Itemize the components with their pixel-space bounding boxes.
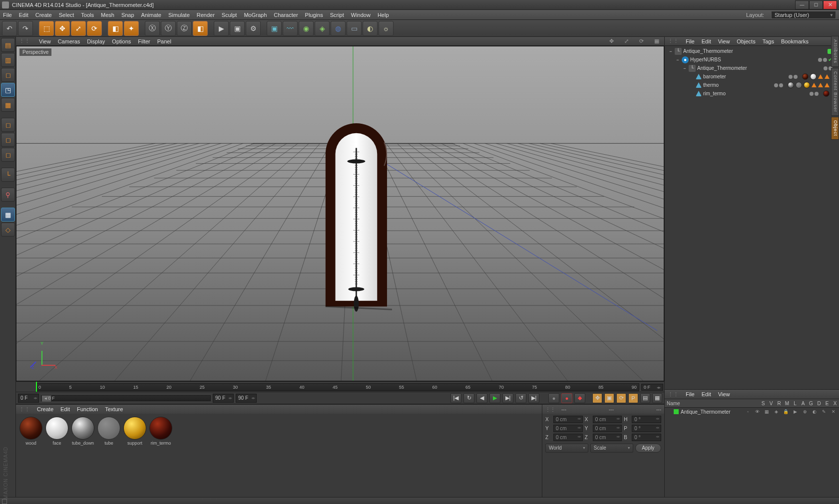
workplane2[interactable]: ◇ <box>1 223 15 237</box>
viewport[interactable]: Perspective YXZ <box>16 46 664 381</box>
coord-input[interactable]: 0 ° <box>632 434 661 441</box>
material-rim_termo[interactable]: rim_termo <box>149 417 173 501</box>
obj-menu-tags[interactable]: Tags <box>763 38 774 44</box>
minimize-button[interactable] <box>795 0 809 9</box>
attr-menu-file[interactable]: File <box>686 391 695 397</box>
object-row[interactable]: − └ Antique_Thermometer <box>665 47 839 55</box>
add-spline[interactable]: 〰 <box>283 21 298 36</box>
menu-window[interactable]: Window <box>351 12 371 18</box>
texture-tag-icon[interactable] <box>823 90 830 97</box>
goto-prevkey-button[interactable]: ↻ <box>463 393 474 403</box>
keyframe-button[interactable]: ◆ <box>574 393 585 403</box>
add-light[interactable]: ◐ <box>363 21 378 36</box>
layout-combo[interactable]: Startup (User) <box>771 11 836 19</box>
point-mode[interactable]: ◻ <box>1 118 15 132</box>
material-tube_down[interactable]: tube_down <box>71 417 95 501</box>
texture-tag-icon[interactable] <box>796 82 802 88</box>
key-scale-button[interactable]: ▣ <box>604 393 614 403</box>
workplane[interactable]: ▦ <box>1 208 15 222</box>
menu-plugins[interactable]: Plugins <box>305 12 323 18</box>
material-tube[interactable]: tube <box>97 417 121 501</box>
tag-triangle-icon[interactable] <box>818 74 823 79</box>
material-wood[interactable]: wood <box>19 417 43 501</box>
material-preview-icon[interactable] <box>71 417 94 440</box>
coord-system[interactable]: ◧ <box>193 21 208 36</box>
key-rot-button[interactable]: ⟳ <box>616 393 626 403</box>
object-row[interactable]: thermo <box>665 81 839 89</box>
rotate-tool[interactable]: ⟳ <box>87 21 102 36</box>
move-tool[interactable]: ✥ <box>55 21 70 36</box>
material-support[interactable]: support <box>123 417 147 501</box>
range-start-field[interactable]: 0 F <box>18 394 39 403</box>
mat-menu-function[interactable]: Function <box>77 406 98 412</box>
material-preview-icon[interactable] <box>19 417 42 440</box>
next-frame-button[interactable]: ▶| <box>502 393 513 403</box>
key-sel-button[interactable]: ▦ <box>652 393 662 403</box>
menu-script[interactable]: Script <box>330 12 344 18</box>
view-menu-options[interactable]: Options <box>112 38 131 44</box>
texture-tag-icon[interactable] <box>804 82 810 88</box>
nav-zoom-icon[interactable]: ⤢ <box>624 38 631 45</box>
layer-col-name[interactable]: Name <box>665 401 759 406</box>
tag-triangle-icon[interactable] <box>825 74 830 79</box>
tag-triangle-icon[interactable] <box>818 83 823 87</box>
edge-mode[interactable]: ◻ <box>1 133 15 147</box>
add-camera[interactable]: ▭ <box>347 21 362 36</box>
snap-toggle[interactable]: ⚲ <box>1 188 15 202</box>
coord-input[interactable]: 0 cm <box>553 416 583 423</box>
coord-scale-combo[interactable]: Scale <box>590 444 633 453</box>
tree-expander[interactable]: − <box>682 66 687 71</box>
view-menu-panel[interactable]: Panel <box>157 38 171 44</box>
add-deformer[interactable]: ◈ <box>315 21 330 36</box>
nav-layout-icon[interactable]: ▦ <box>654 38 661 45</box>
timeline-playhead[interactable] <box>36 382 37 392</box>
texture-tag-icon[interactable] <box>802 73 809 80</box>
object-row[interactable]: − ● HyperNURBS ✔ <box>665 55 839 64</box>
range-slider[interactable]: ◂ 0 F <box>41 395 211 401</box>
attr-menu-view[interactable]: View <box>718 391 730 397</box>
close-button[interactable] <box>823 0 837 9</box>
menu-tools[interactable]: Tools <box>81 12 94 18</box>
lock-x[interactable]: Ⓧ <box>145 21 160 36</box>
menu-edit[interactable]: Edit <box>19 12 28 18</box>
object-row[interactable]: − └ Antique_Thermometer <box>665 64 839 72</box>
object-row[interactable]: barometer <box>665 72 839 81</box>
object-row[interactable]: rim_termo <box>665 89 839 98</box>
layer-color-icon[interactable] <box>674 409 679 414</box>
view-menu-filter[interactable]: Filter <box>138 38 150 44</box>
tree-expander[interactable]: − <box>675 57 680 62</box>
tab-content-browser[interactable]: Content Browser <box>831 68 839 116</box>
recent-tool[interactable]: ◧ <box>108 21 123 36</box>
lock-y[interactable]: Ⓨ <box>161 21 176 36</box>
range-end2-field[interactable]: 90 F <box>236 394 257 403</box>
key-params-button[interactable]: P <box>628 393 638 403</box>
add-generator[interactable]: ◉ <box>299 21 314 36</box>
redo-button[interactable]: ↷ <box>18 21 33 36</box>
goto-start-button[interactable]: |◀ <box>450 393 461 403</box>
add-primitive[interactable]: ▣ <box>267 21 282 36</box>
make-editable2[interactable]: ▥ <box>1 53 15 67</box>
make-editable[interactable]: ▤ <box>1 38 15 52</box>
mat-menu-edit[interactable]: Edit <box>60 406 70 412</box>
coord-input[interactable]: 0 cm <box>593 425 622 432</box>
attr-menu-edit[interactable]: Edit <box>702 391 711 397</box>
render-region[interactable]: ▣ <box>230 21 245 36</box>
menu-mesh[interactable]: Mesh <box>101 12 114 18</box>
menu-select[interactable]: Select <box>59 12 74 18</box>
add-environment[interactable]: ◍ <box>331 21 346 36</box>
material-preview-icon[interactable] <box>123 417 146 440</box>
axis-tool[interactable]: ✦ <box>124 21 139 36</box>
scale-tool[interactable]: ⤢ <box>71 21 86 36</box>
menu-help[interactable]: Help <box>378 12 389 18</box>
select-tool[interactable]: ⬚ <box>39 21 54 36</box>
coord-input[interactable]: 0 cm <box>593 416 622 423</box>
texture-mode[interactable]: ▦ <box>1 98 15 112</box>
obj-menu-view[interactable]: View <box>718 38 730 44</box>
view-menu-cameras[interactable]: Cameras <box>58 38 80 44</box>
nav-pan-icon[interactable]: ✥ <box>609 38 616 45</box>
coord-input[interactable]: 0 cm <box>553 425 583 432</box>
material-preview-icon[interactable] <box>45 417 68 440</box>
tab-object[interactable]: Object <box>831 117 839 140</box>
polygon-mode[interactable]: ◻ <box>1 148 15 162</box>
goto-nextkey-button[interactable]: ↺ <box>515 393 526 403</box>
